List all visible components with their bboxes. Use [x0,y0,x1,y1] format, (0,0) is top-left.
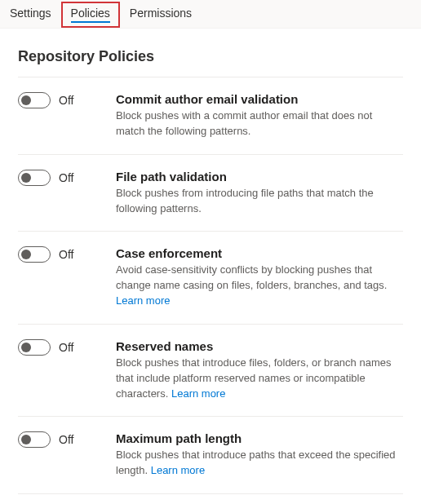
tab-selected-underline [71,21,110,23]
toggle-thumb [21,435,31,444]
tab-bar: Settings Policies Permissions [0,0,421,29]
tab-label: Permissions [130,7,192,20]
policy-desc: Avoid case-sensitivity conflicts by bloc… [116,263,403,309]
policy-desc-text: Avoid case-sensitivity conflicts by bloc… [116,263,387,291]
policy-desc-text: Block pushes that introduce files, folde… [116,356,391,400]
policy-content: Reserved names Block pushes that introdu… [116,339,403,402]
section-title: Repository Policies [18,48,403,65]
tab-label: Settings [10,7,51,20]
learn-more-link[interactable]: Learn more [171,387,225,400]
toggle-commit-author-email[interactable] [18,92,51,108]
policy-row-commit-author-email: Off Commit author email validation Block… [18,77,403,154]
toggle-state-label: Off [59,433,73,446]
policy-title: Reserved names [116,339,403,353]
policy-title: File path validation [116,170,403,183]
toggle-group: Off [18,431,116,448]
policy-content: Case enforcement Avoid case-sensitivity … [116,246,403,309]
policy-row-reserved-names: Off Reserved names Block pushes that int… [18,324,403,417]
policy-title: Commit author email validation [116,92,403,106]
policy-desc: Block pushes from introducing file paths… [116,186,403,217]
toggle-thumb [21,95,31,105]
toggle-state-label: Off [59,341,73,354]
toggle-group: Off [18,170,116,186]
toggle-state-label: Off [59,248,73,261]
toggle-max-path-length[interactable] [18,431,51,448]
policy-desc: Block pushes that introduce files, folde… [116,356,403,402]
policy-row-max-file-size: Off Maximum file size Block pushes that … [18,493,403,504]
learn-more-link[interactable]: Learn more [116,294,170,307]
toggle-state-label: Off [59,171,73,184]
toggle-state-label: Off [59,94,73,107]
toggle-reserved-names[interactable] [18,339,51,356]
policy-desc: Block pushes that introduce paths that e… [116,448,403,479]
tab-label: Policies [71,7,110,20]
policy-title: Case enforcement [116,246,403,260]
policy-row-case-enforcement: Off Case enforcement Avoid case-sensitiv… [18,231,403,324]
policy-desc: Block pushes with a commit author email … [116,108,403,139]
toggle-case-enforcement[interactable] [18,246,51,263]
learn-more-link[interactable]: Learn more [151,464,205,476]
toggle-thumb [21,343,31,352]
toggle-group: Off [18,92,116,108]
policy-content: Commit author email validation Block pus… [116,92,403,139]
toggle-thumb [21,250,31,259]
policy-title: Maximum path length [116,431,403,445]
policy-row-file-path-validation: Off File path validation Block pushes fr… [18,154,403,232]
tab-permissions[interactable]: Permissions [120,2,202,28]
policy-content: Maximum path length Block pushes that in… [116,431,403,479]
policy-content: File path validation Block pushes from i… [116,170,403,217]
tab-policies[interactable]: Policies [61,2,120,28]
toggle-thumb [21,173,31,183]
toggle-file-path-validation[interactable] [18,170,51,186]
toggle-group: Off [18,339,116,356]
policy-row-max-path-length: Off Maximum path length Block pushes tha… [18,416,403,493]
page-content: Repository Policies Off Commit author em… [0,29,421,504]
tab-settings[interactable]: Settings [0,2,61,28]
toggle-group: Off [18,246,116,263]
